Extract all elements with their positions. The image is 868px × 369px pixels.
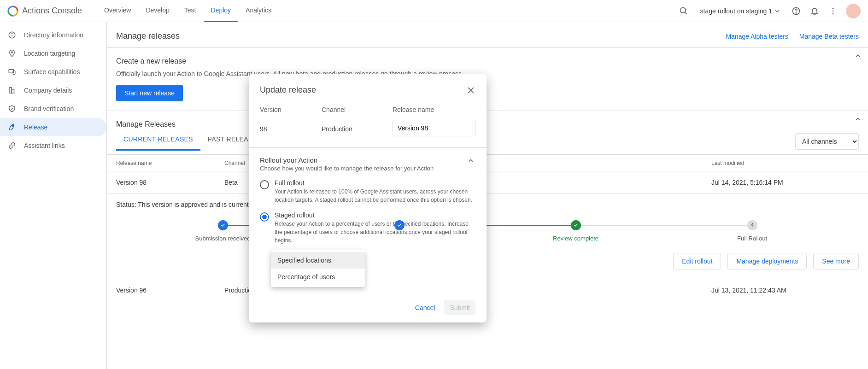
sidebar-item-surface[interactable]: Surface capabilities (0, 63, 106, 81)
svg-rect-14 (9, 88, 12, 93)
radio-label: Full rollout (275, 179, 475, 187)
link-icon (7, 141, 17, 150)
cell-modified: Jul 14, 2021, 5:16:14 PM (711, 179, 859, 186)
sidebar-item-label: Surface capabilities (24, 68, 80, 76)
see-more-button[interactable]: See more (813, 253, 859, 269)
radio-staged-rollout[interactable]: Staged rollout Release your Action to a … (260, 211, 475, 245)
notifications-icon[interactable] (809, 6, 820, 17)
channel-filter-select[interactable]: All channels (795, 133, 859, 150)
google-logo (7, 6, 18, 17)
page-title: Manage releases (116, 31, 180, 41)
create-release-title: Create a new release (116, 57, 859, 65)
step-future-icon: 4 (747, 220, 757, 230)
nav-test[interactable]: Test (177, 0, 204, 22)
table-row[interactable]: Version 98 Beta Jul 14, 2021, 5:16:14 PM (107, 171, 868, 193)
create-release-desc: Officially launch your Action to Google … (116, 70, 859, 77)
svg-line-2 (685, 12, 686, 14)
svg-point-6 (833, 10, 834, 12)
sidebar-item-label: Brand verification (24, 105, 74, 112)
step-active-icon (571, 220, 581, 230)
manage-beta-link[interactable]: Manage Beta testers (799, 33, 859, 40)
sidebar-item-label: Company details (24, 87, 72, 94)
step-label: Review complete (553, 235, 598, 242)
dropdown-item-locations[interactable]: Specified locations (271, 252, 365, 269)
cell-release-name: Version 96 (116, 287, 224, 294)
sidebar-item-label: Location targeting (24, 50, 75, 57)
dialog-title: Update release (260, 85, 316, 95)
rollout-sub: Choose how you would like to manage the … (260, 165, 466, 172)
col-release-name: Release name (116, 160, 224, 166)
rocket-icon (7, 123, 17, 132)
col-last-modified: Last modified (711, 160, 859, 166)
sidebar-item-label: Assistant links (24, 142, 65, 149)
rollout-title: Rollout your Action (260, 156, 466, 164)
location-icon (7, 49, 17, 58)
radio-label: Staged rollout (275, 211, 475, 219)
manage-releases-title: Manage Releases (116, 120, 859, 129)
version-label: Version (260, 106, 311, 113)
shield-icon (7, 104, 17, 113)
rollout-target-dropdown: Specified locations Percentage of users (271, 250, 365, 287)
info-icon (7, 30, 17, 40)
edit-rollout-button[interactable]: Edit rollout (673, 253, 721, 269)
search-icon[interactable] (678, 6, 689, 17)
manage-alpha-link[interactable]: Manage Alpha testers (726, 33, 788, 40)
svg-point-1 (680, 7, 686, 13)
svg-point-4 (796, 12, 796, 13)
chevron-up-icon[interactable] (466, 156, 475, 165)
svg-point-7 (833, 13, 834, 14)
nav-develop[interactable]: Develop (138, 0, 176, 22)
submit-button[interactable]: Submit (444, 300, 475, 315)
sidebar-item-release[interactable]: Release (0, 118, 106, 136)
radio-icon (260, 180, 269, 189)
release-name-label: Release name (393, 106, 475, 113)
dropdown-item-percentage[interactable]: Percentage of users (271, 269, 365, 285)
svg-point-11 (12, 52, 13, 53)
manage-deployments-button[interactable]: Manage deployments (727, 253, 807, 269)
step-label: Submission received (195, 235, 251, 242)
channel-value: Production (322, 125, 381, 133)
collapse-icon[interactable] (853, 115, 864, 126)
tab-current-releases[interactable]: CURRENT RELEASES (116, 129, 200, 151)
nav-analytics[interactable]: Analytics (238, 0, 279, 22)
step-done-icon (394, 220, 405, 230)
cell-release-name: Version 98 (116, 179, 224, 186)
cancel-button[interactable]: Cancel (410, 300, 441, 315)
nav-deploy[interactable]: Deploy (204, 0, 239, 22)
sidebar-item-links[interactable]: Assistant links (0, 136, 106, 155)
release-name-input[interactable] (393, 120, 475, 136)
avatar[interactable] (846, 4, 861, 18)
sidebar-item-directory[interactable]: Directory information (0, 26, 106, 44)
start-release-button[interactable]: Start new release (116, 85, 183, 101)
svg-point-5 (833, 7, 834, 9)
svg-rect-15 (12, 89, 14, 93)
help-icon[interactable] (791, 6, 802, 17)
radio-desc: Your Action is released to 100% of Googl… (275, 187, 475, 204)
radio-desc: Release your Action to a percentage of u… (275, 220, 475, 245)
sidebar-item-company[interactable]: Company details (0, 81, 106, 100)
step-done-icon (218, 220, 228, 230)
svg-point-10 (12, 33, 12, 34)
business-icon (7, 86, 17, 95)
project-name: stage rollout on staging 1 (700, 7, 772, 15)
close-icon[interactable] (466, 86, 475, 95)
more-icon[interactable] (827, 6, 839, 17)
status-label: Status: (116, 201, 136, 208)
collapse-icon[interactable] (853, 52, 864, 63)
nav-overview[interactable]: Overview (97, 0, 138, 22)
sidebar-item-location[interactable]: Location targeting (0, 44, 106, 63)
svg-point-16 (12, 125, 13, 126)
version-value: 98 (260, 125, 311, 133)
table-row[interactable]: Version 96 Production Jul 13, 2021, 11:2… (107, 279, 868, 301)
step-label: Full Rollout (737, 235, 767, 242)
devices-icon (7, 67, 17, 76)
sidebar-item-brand[interactable]: Brand verification (0, 100, 106, 118)
sidebar-item-label: Release (24, 123, 47, 131)
project-picker[interactable]: stage rollout on staging 1 (697, 7, 783, 15)
channel-label: Channel (322, 106, 381, 113)
brand-title: Actions Console (22, 6, 82, 16)
radio-full-rollout[interactable]: Full rollout Your Action is released to … (260, 179, 475, 204)
cell-modified: Jul 13, 2021, 11:22:43 AM (711, 287, 859, 294)
radio-icon (260, 212, 269, 222)
update-release-dialog: Update release Version 98 Channel Produc… (249, 74, 487, 322)
